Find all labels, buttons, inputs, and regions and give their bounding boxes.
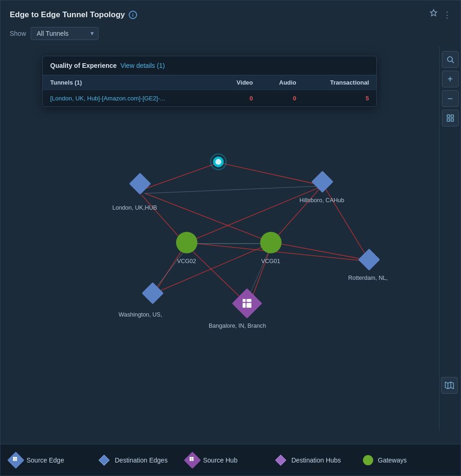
london-node[interactable] [129,173,151,195]
svg-marker-52 [276,455,286,465]
svg-rect-37 [451,115,453,117]
svg-line-8 [188,247,243,299]
legend-source-edge: Source Edge [10,454,98,466]
header-title-row: Edge to Edge Tunnel Topology i [10,10,137,20]
svg-line-14 [144,186,320,193]
gateways-label: Gateways [378,456,407,464]
vcg02-label: VCG02 [177,258,196,264]
search-button[interactable] [442,51,459,68]
qoe-title: Quality of Experience [50,62,117,69]
source-edge-icon [10,454,22,466]
zoom-out-button[interactable]: − [442,90,459,107]
svg-rect-22 [142,282,164,304]
vcg02-node[interactable] [176,232,198,253]
washington-node[interactable] [142,282,164,304]
svg-rect-51 [192,459,194,461]
col-header-transactional: Transactional [303,75,376,90]
source-hub-icon [186,454,198,466]
dest-hubs-label: Destination Hubs [291,456,341,464]
table-row: [London, UK, Hub]-[Amazon.com]-[GE2]-...… [43,90,376,107]
svg-rect-44 [15,457,17,459]
svg-rect-33 [249,305,251,308]
svg-line-4 [274,187,322,240]
svg-rect-36 [447,115,449,117]
fit-view-button[interactable] [442,110,459,126]
svg-rect-46 [15,459,17,461]
info-icon[interactable]: i [129,11,137,19]
qoe-header: Quality of Experience View details (1) [43,56,376,75]
source-hub-label: Source Hub [203,456,237,464]
show-label: Show [10,30,26,37]
svg-rect-39 [451,119,453,121]
legend-source-hub: Source Hub [186,454,275,466]
svg-line-15 [152,247,187,292]
washington-label: Washington, US, [119,311,162,318]
svg-rect-48 [190,457,191,459]
svg-line-5 [190,188,319,241]
svg-rect-31 [243,305,245,308]
legend-dest-edges: Destination Edges [98,454,186,466]
zoom-in-button[interactable]: + [442,71,459,87]
svg-line-35 [452,61,454,63]
topology-area: Quality of Experience View details (1) T… [0,46,461,431]
qoe-view-details-link[interactable]: View details (1) [120,62,165,69]
main-container: Edge to Edge Tunnel Topology i ⋮ Show Al… [0,0,461,476]
svg-rect-25 [243,299,245,302]
tunnel-name-cell[interactable]: [London, UK, Hub]-[Amazon.com]-[GE2]-... [43,90,218,107]
legend-dest-hubs: Destination Hubs [275,454,363,466]
transactional-cell: 5 [303,90,376,107]
svg-line-0 [141,163,217,190]
audio-cell: 0 [260,90,303,107]
more-options-icon[interactable]: ⋮ [443,10,451,20]
tunnel-dropdown[interactable]: All Tunnels Active Tunnels Inactive Tunn… [31,27,99,40]
svg-rect-49 [192,457,194,459]
vcg01-label: VCG01 [261,258,280,264]
svg-point-34 [448,57,453,62]
map-view-button[interactable] [441,377,458,394]
tunnel-dropdown-wrapper[interactable]: All Tunnels Active Tunnels Inactive Tunn… [31,27,99,40]
svg-line-11 [277,243,365,260]
col-header-tunnels: Tunnels (1) [43,75,218,90]
video-cell: 0 [218,90,260,107]
col-header-audio: Audio [260,75,303,90]
svg-marker-40 [445,382,454,389]
svg-line-3 [145,193,265,240]
qoe-table: Tunnels (1) Video Audio Transactional [L… [43,75,376,106]
vcg01-node[interactable] [260,232,282,253]
rotterdam-label: Rotterdam, NL, [348,275,388,281]
qoe-popup: Quality of Experience View details (1) T… [42,56,377,107]
svg-rect-45 [13,459,15,461]
legend-bar: Source Edge Destination Edges [0,444,461,476]
svg-line-2 [141,195,183,241]
header: Edge to Edge Tunnel Topology i ⋮ [0,0,461,25]
svg-rect-50 [190,459,191,461]
svg-rect-38 [447,119,449,121]
svg-rect-27 [249,299,251,302]
london-label: London, UK,HUB [112,205,157,211]
svg-line-9 [158,245,267,291]
pin-icon[interactable] [429,9,438,20]
hillsboro-label: Hillsboro, CAHub [300,197,344,204]
svg-line-10 [155,245,185,291]
col-header-video: Video [218,75,260,90]
svg-marker-47 [99,455,109,465]
header-actions: ⋮ [429,9,451,20]
source-edge-label: Source Edge [26,456,64,464]
svg-rect-23 [358,249,380,271]
svg-rect-20 [129,173,151,195]
dest-edges-label: Destination Edges [115,456,168,464]
rotterdam-node[interactable] [358,249,380,271]
gateways-icon [363,455,373,465]
dest-edges-icon [98,454,110,466]
dest-hubs-icon [275,454,287,466]
right-controls: + − [439,46,461,431]
bangalore-label: Bangalore, IN, Branch [209,323,266,329]
svg-line-1 [222,163,322,185]
page-title: Edge to Edge Tunnel Topology [10,10,125,20]
svg-point-19 [216,159,222,165]
svg-line-7 [251,247,271,299]
show-row: Show All Tunnels Active Tunnels Inactive… [0,25,461,46]
svg-line-16 [248,247,270,299]
svg-rect-43 [13,457,15,459]
legend-gateways: Gateways [363,455,451,465]
